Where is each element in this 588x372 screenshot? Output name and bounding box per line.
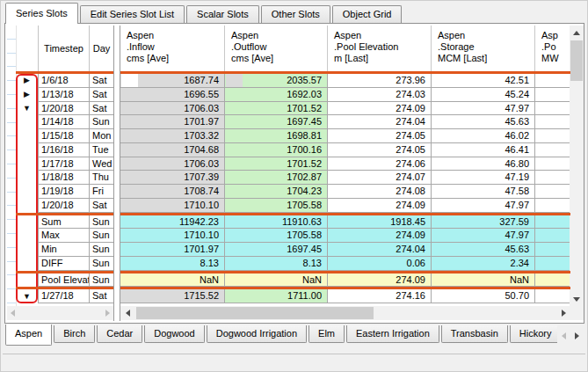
expanded-arrow-icon[interactable]: ▼: [16, 102, 38, 116]
cell-value[interactable]: 1687.74: [120, 74, 225, 88]
cell-value[interactable]: [535, 243, 570, 257]
cell-value[interactable]: NaN: [120, 274, 225, 288]
cell-timestep[interactable]: 1/20/18: [38, 102, 90, 116]
h-scrollbar-main[interactable]: [120, 306, 570, 320]
cell-value[interactable]: [535, 157, 570, 171]
cell-value[interactable]: 45.63: [432, 243, 535, 257]
scrollbar-thumb[interactable]: [136, 307, 374, 319]
cell-value[interactable]: 1705.58: [225, 199, 328, 213]
cell-value[interactable]: 2.34: [432, 257, 535, 271]
cell-value[interactable]: 2035.57: [225, 74, 328, 88]
cell-value[interactable]: [535, 274, 570, 288]
cell-value[interactable]: 47.19: [432, 171, 535, 185]
cell-day[interactable]: Fri: [90, 185, 113, 199]
column-header-aspen-pool-elevation-m-last[interactable]: Aspen .Pool Elevation m [Last]: [328, 26, 432, 71]
tab-dogwood[interactable]: Dogwood: [144, 325, 204, 343]
cell-value[interactable]: 1704.68: [120, 143, 225, 157]
cell-value[interactable]: [535, 215, 570, 230]
cell-value[interactable]: 46.80: [432, 157, 535, 171]
cell-value[interactable]: 0.06: [328, 257, 432, 271]
cell-value[interactable]: 1697.45: [225, 115, 328, 129]
tab-edit-series-slot-list[interactable]: Edit Series Slot List: [80, 5, 185, 23]
cell-value[interactable]: 50.70: [432, 289, 535, 303]
cell-value[interactable]: [535, 88, 570, 102]
cell-timestep[interactable]: Sum: [38, 215, 90, 230]
cell-value[interactable]: 274.04: [328, 243, 432, 257]
cell-value[interactable]: 274.09: [328, 229, 432, 243]
tab-hickory[interactable]: Hickory: [510, 325, 557, 343]
cell-value[interactable]: 1711.00: [225, 289, 328, 303]
tab-dogwood-irrigation[interactable]: Dogwood Irrigation: [207, 325, 307, 343]
cell-value[interactable]: 1706.03: [120, 157, 225, 171]
cell-value[interactable]: 1704.23: [225, 185, 328, 199]
tab-scroll-right-button[interactable]: [570, 327, 584, 345]
cell-value[interactable]: NaN: [432, 274, 535, 288]
cell-value[interactable]: 274.07: [328, 171, 432, 185]
cell-value[interactable]: 1696.55: [120, 88, 225, 102]
cell-day[interactable]: Sat: [90, 74, 113, 88]
cell-value[interactable]: 1701.52: [225, 157, 328, 171]
cell-value[interactable]: [535, 289, 570, 303]
cell-value[interactable]: 1701.97: [120, 243, 225, 257]
cell-value[interactable]: 11910.63: [225, 215, 328, 230]
cell-value[interactable]: [535, 199, 570, 213]
tab-object-grid[interactable]: Object Grid: [332, 5, 403, 23]
cell-value[interactable]: 42.51: [432, 74, 535, 88]
cell-value[interactable]: 1710.10: [120, 229, 225, 243]
tab-scalar-slots[interactable]: Scalar Slots: [186, 5, 259, 23]
cell-timestep[interactable]: 1/20/18: [38, 199, 90, 213]
cell-value[interactable]: 1701.97: [120, 115, 225, 129]
cell-value[interactable]: 274.08: [328, 185, 432, 199]
cell-value[interactable]: 1703.32: [120, 129, 225, 143]
cell-value[interactable]: NaN: [225, 274, 328, 288]
tab-scroll-left-button[interactable]: [557, 327, 570, 345]
scroll-down-button[interactable]: [570, 292, 584, 306]
cell-value[interactable]: 1705.58: [225, 229, 328, 243]
cell-timestep[interactable]: 1/19/18: [38, 185, 90, 199]
column-header-timestep[interactable]: Timestep: [38, 26, 90, 71]
cell-value[interactable]: 47.58: [432, 185, 535, 199]
column-header-aspen-outflow-cms-ave[interactable]: Aspen .Outflow cms [Ave]: [225, 26, 328, 71]
cell-value[interactable]: 1700.16: [225, 143, 328, 157]
cell-value[interactable]: 1715.52: [120, 289, 225, 303]
cell-value[interactable]: 1702.87: [225, 171, 328, 185]
cell-value[interactable]: [535, 115, 570, 129]
cell-value[interactable]: 1701.52: [225, 102, 328, 116]
cell-value[interactable]: [535, 171, 570, 185]
cell-value[interactable]: 11942.23: [120, 215, 225, 230]
cell-day[interactable]: Sun: [90, 215, 113, 230]
cell-day[interactable]: Sat: [90, 88, 113, 102]
cell-value[interactable]: 274.06: [328, 157, 432, 171]
cell-day[interactable]: Thu: [90, 171, 113, 185]
cell-timestep[interactable]: Pool Elevat: [38, 274, 90, 288]
cell-value[interactable]: 274.05: [328, 143, 432, 157]
cell-value[interactable]: 1697.45: [225, 243, 328, 257]
cell-day[interactable]: Wed: [90, 157, 113, 171]
cell-timestep[interactable]: Min: [38, 243, 90, 257]
cell-timestep[interactable]: DIFF: [38, 257, 90, 271]
expanded-arrow-icon[interactable]: ▼: [16, 289, 38, 303]
cell-value[interactable]: 274.05: [328, 129, 432, 143]
tab-series-slots[interactable]: Series Slots: [5, 3, 78, 24]
cell-day[interactable]: Sun: [90, 243, 113, 257]
cell-timestep[interactable]: 1/27/18: [38, 289, 90, 303]
cell-day[interactable]: Sat: [90, 102, 113, 116]
cell-value[interactable]: 274.09: [328, 199, 432, 213]
tab-other-slots[interactable]: Other Slots: [261, 5, 330, 23]
cell-value[interactable]: [535, 143, 570, 157]
scroll-right-button[interactable]: [556, 306, 570, 320]
cell-day[interactable]: Tue: [90, 143, 113, 157]
column-header-aspen-inflow-cms-ave[interactable]: Aspen .Inflow cms [Ave]: [120, 26, 225, 71]
v-scrollbar[interactable]: [570, 26, 584, 306]
scroll-up-button[interactable]: [570, 26, 584, 40]
cell-value[interactable]: 8.13: [120, 257, 225, 271]
cell-value[interactable]: 1918.45: [328, 215, 432, 230]
tab-birch[interactable]: Birch: [54, 325, 95, 343]
tab-transbasin[interactable]: Transbasin: [441, 325, 508, 343]
cell-value[interactable]: [535, 257, 570, 271]
tab-elm[interactable]: Elm: [309, 325, 345, 343]
scrollbar-thumb[interactable]: [570, 40, 583, 81]
cell-value[interactable]: [535, 102, 570, 116]
cell-timestep[interactable]: 1/13/18: [38, 88, 90, 102]
cell-day[interactable]: Mon: [90, 129, 113, 143]
